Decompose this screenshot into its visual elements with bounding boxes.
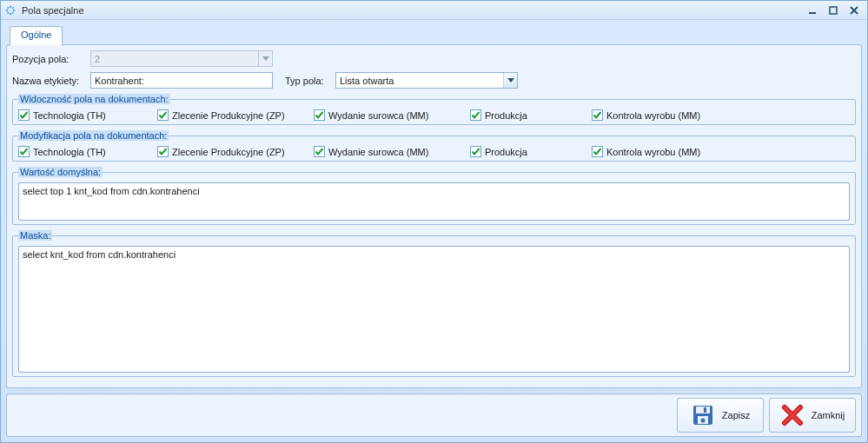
- maximize-button[interactable]: [824, 4, 843, 17]
- visibility-checkbox-3[interactable]: Produkcja: [470, 109, 583, 121]
- svg-rect-9: [830, 7, 837, 14]
- modification-row: Technologia (TH)Zlecenie Produkcyjne (ZP…: [18, 146, 850, 157]
- app-icon: [4, 4, 17, 17]
- nazwa-label: Nazwa etykiety:: [12, 76, 90, 86]
- close-button[interactable]: [845, 4, 864, 17]
- svg-point-1: [13, 9, 16, 11]
- checkbox-label: Zlecenie Produkcyjne (ZP): [172, 147, 285, 157]
- chevron-down-icon: [258, 51, 272, 66]
- group-visibility: Widoczność pola na dokumentach: Technolo…: [12, 94, 856, 125]
- svg-point-14: [700, 419, 705, 423]
- panel-general: Pozycja pola: 2 Nazwa etykiety: Kontrahe…: [6, 44, 862, 388]
- checkbox-box: [157, 109, 169, 121]
- tab-general[interactable]: Ogólne: [10, 26, 63, 45]
- default-value-textarea[interactable]: select top 1 knt_kod from cdn.kontrahenc…: [18, 182, 850, 221]
- nazwa-input[interactable]: Kontrahent:: [90, 72, 273, 89]
- svg-rect-8: [809, 12, 816, 14]
- mask-legend: Maska:: [18, 230, 52, 241]
- footer: Zapisz Zamknij: [6, 393, 862, 437]
- mask-textarea[interactable]: select knt_kod from cdn.kontrahenci: [18, 246, 850, 373]
- svg-rect-11: [696, 407, 710, 413]
- visibility-checkbox-0[interactable]: Technologia (TH): [18, 109, 149, 121]
- visibility-checkbox-4[interactable]: Kontrola wyrobu (MM): [592, 109, 748, 121]
- client-area: Ogólne Pozycja pola: 2 Nazwa etykiety: K…: [1, 20, 867, 442]
- default-value-legend: Wartość domyślna:: [18, 167, 103, 177]
- checkbox-box: [592, 109, 603, 121]
- checkbox-label: Zlecenie Produkcyjne (ZP): [172, 110, 285, 121]
- checkbox-label: Technologia (TH): [33, 147, 106, 157]
- svg-rect-13: [704, 407, 706, 413]
- group-default-value: Wartość domyślna: select top 1 knt_kod f…: [12, 167, 856, 225]
- svg-point-2: [10, 12, 12, 15]
- checkbox-box: [470, 109, 481, 121]
- visibility-row: Technologia (TH)Zlecenie Produkcyjne (ZP…: [18, 109, 850, 121]
- visibility-checkbox-1[interactable]: Zlecenie Produkcyjne (ZP): [157, 109, 305, 121]
- modification-legend: Modyfikacja pola na dokumentach:: [18, 130, 169, 141]
- close-icon: [780, 403, 805, 427]
- checkbox-box: [157, 146, 169, 157]
- checkbox-box: [314, 146, 325, 157]
- svg-point-0: [10, 5, 12, 8]
- typ-value: Lista otwarta: [340, 76, 394, 86]
- svg-point-6: [7, 11, 9, 13]
- svg-point-7: [7, 7, 9, 9]
- svg-point-5: [12, 11, 14, 13]
- checkbox-box: [470, 146, 481, 157]
- save-icon: [691, 403, 715, 427]
- group-mask: Maska: select knt_kod from cdn.kontrahen…: [12, 230, 856, 377]
- checkbox-label: Produkcja: [485, 147, 527, 157]
- save-label: Zapisz: [722, 410, 750, 420]
- svg-point-3: [6, 9, 9, 11]
- typ-select[interactable]: Lista otwarta: [335, 72, 518, 89]
- checkbox-box: [592, 146, 603, 157]
- window: Pola specjalne Ogólne Pozycja pola: 2: [0, 0, 868, 443]
- pozycja-select: 2: [90, 50, 273, 67]
- pozycja-label: Pozycja pola:: [12, 54, 90, 64]
- modification-checkbox-1[interactable]: Zlecenie Produkcyjne (ZP): [157, 146, 305, 157]
- titlebar: Pola specjalne: [1, 1, 867, 20]
- modification-checkbox-3[interactable]: Produkcja: [470, 146, 583, 157]
- close-label: Zamknij: [812, 410, 845, 420]
- typ-label: Typ pola:: [273, 76, 335, 86]
- checkbox-box: [18, 146, 30, 157]
- checkbox-box: [18, 109, 30, 121]
- chevron-down-icon[interactable]: [503, 73, 517, 88]
- checkbox-label: Kontrola wyrobu (MM): [606, 110, 700, 121]
- checkbox-label: Wydanie surowca (MM): [328, 147, 428, 157]
- nazwa-value: Kontrahent:: [95, 76, 144, 86]
- checkbox-label: Wydanie surowca (MM): [328, 110, 428, 121]
- row-nazwa-typ: Nazwa etykiety: Kontrahent: Typ pola: Li…: [12, 72, 856, 89]
- minimize-button[interactable]: [803, 4, 822, 17]
- row-pozycja: Pozycja pola: 2: [12, 50, 856, 67]
- svg-point-4: [12, 7, 14, 9]
- window-title: Pola specjalne: [22, 5, 801, 16]
- checkbox-label: Produkcja: [485, 110, 527, 121]
- group-modification: Modyfikacja pola na dokumentach: Technol…: [12, 130, 856, 162]
- visibility-legend: Widoczność pola na dokumentach:: [18, 94, 170, 104]
- checkbox-box: [314, 109, 325, 121]
- tabstrip: Ogólne: [6, 25, 862, 44]
- modification-checkbox-2[interactable]: Wydanie surowca (MM): [314, 146, 461, 157]
- save-button[interactable]: Zapisz: [677, 398, 764, 433]
- modification-checkbox-4[interactable]: Kontrola wyrobu (MM): [592, 146, 748, 157]
- visibility-checkbox-2[interactable]: Wydanie surowca (MM): [314, 109, 461, 121]
- checkbox-label: Technologia (TH): [33, 110, 106, 121]
- close-dialog-button[interactable]: Zamknij: [769, 398, 856, 433]
- modification-checkbox-0[interactable]: Technologia (TH): [18, 146, 149, 157]
- pozycja-value: 2: [95, 54, 100, 64]
- checkbox-label: Kontrola wyrobu (MM): [606, 147, 700, 157]
